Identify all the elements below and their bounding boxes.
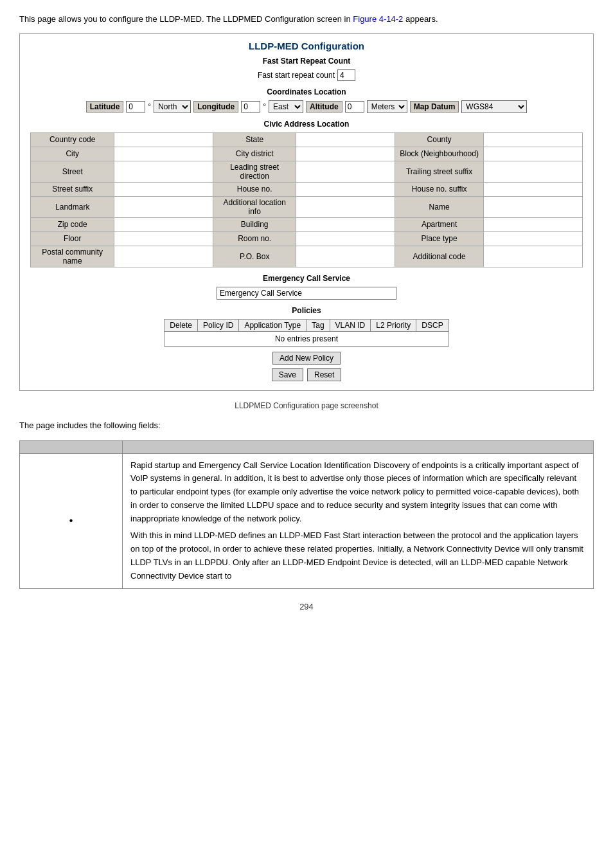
civic-input-col2[interactable]: [296, 217, 395, 231]
policy-col-header: Tag: [306, 319, 330, 331]
civic-field-col2[interactable]: [300, 167, 391, 176]
civic-label-col2: Leading street direction: [213, 161, 296, 182]
civic-row: CityCity districtBlock (Neighbourhood): [31, 147, 583, 161]
civic-row: Postal community nameP.O. BoxAdditional …: [31, 246, 583, 267]
caption: LLDPMED Configuration page screenshot: [19, 401, 594, 410]
policy-col-header: VLAN ID: [330, 319, 371, 331]
civic-row: Zip codeBuildingApartment: [31, 217, 583, 231]
civic-input-col3[interactable]: [484, 132, 583, 147]
civic-field-col3[interactable]: [488, 149, 578, 158]
page-number: 294: [19, 602, 594, 611]
field-desc-cell: Rapid startup and Emergency Call Service…: [123, 453, 594, 588]
intro-text-before: This page allows you to configure the LL…: [19, 14, 353, 24]
ecs-input[interactable]: [217, 287, 396, 300]
civic-input-col2[interactable]: [296, 246, 395, 267]
policy-col-header: Policy ID: [198, 319, 239, 331]
civic-input-col3[interactable]: [484, 246, 583, 267]
ecs-input-row: [30, 287, 583, 300]
civic-input-col3[interactable]: [484, 196, 583, 217]
civic-row: FloorRoom no.Place type: [31, 231, 583, 246]
figure-link[interactable]: Figure 4-14-2: [353, 14, 403, 24]
civic-label-col2: House no.: [213, 182, 296, 196]
civic-input-col1[interactable]: [114, 132, 213, 147]
civic-field-col3[interactable]: [488, 252, 578, 261]
altitude-unit-select[interactable]: Meters Feet: [367, 100, 407, 113]
civic-input-col1[interactable]: [114, 182, 213, 196]
civic-input-col1[interactable]: [114, 196, 213, 217]
civic-field-col1[interactable]: [118, 203, 209, 212]
header-col2: [123, 440, 594, 453]
civic-field-col2[interactable]: [300, 135, 391, 144]
civic-input-col2[interactable]: [296, 147, 395, 161]
header-row: [20, 440, 594, 453]
civic-label-col2: Building: [213, 217, 296, 231]
civic-field-col1[interactable]: [118, 252, 209, 261]
civic-field-col2[interactable]: [300, 203, 391, 212]
civic-input-col1[interactable]: [114, 246, 213, 267]
civic-input-col2[interactable]: [296, 161, 395, 182]
civic-row: Country codeStateCounty: [31, 132, 583, 147]
civic-field-col3[interactable]: [488, 185, 578, 194]
civic-field-col2[interactable]: [300, 149, 391, 158]
reset-button[interactable]: Reset: [307, 368, 341, 381]
civic-label-col2: Additional location info: [213, 196, 296, 217]
description-table: • Rapid startup and Emergency Call Servi…: [19, 440, 594, 589]
page-includes-text: The page includes the following fields:: [19, 420, 594, 430]
fast-start-row: Fast start repeat count: [30, 69, 583, 81]
civic-input-col2[interactable]: [296, 231, 395, 246]
civic-field-col2[interactable]: [300, 185, 391, 194]
civic-field-col3[interactable]: [488, 220, 578, 229]
civic-label-col1: Landmark: [31, 196, 114, 217]
civic-label-col3: Apartment: [395, 217, 483, 231]
policy-col-header: L2 Priority: [371, 319, 416, 331]
longitude-input[interactable]: [241, 101, 260, 113]
civic-field-col3[interactable]: [488, 203, 578, 212]
coordinates-row: Latitude ° North South Longitude ° East …: [30, 100, 583, 113]
civic-field-col1[interactable]: [118, 185, 209, 194]
desc-text-para1: Rapid startup and Emergency Call Service…: [130, 459, 585, 526]
civic-label-col3: House no. suffix: [395, 182, 483, 196]
civic-field-col1[interactable]: [118, 220, 209, 229]
map-datum-select[interactable]: WGS84 NAD83 NAD83/MLLW: [461, 100, 527, 113]
fast-start-label: Fast start repeat count: [258, 71, 335, 80]
latitude-dir-select[interactable]: North South: [154, 100, 191, 113]
civic-input-col3[interactable]: [484, 231, 583, 246]
civic-field-col2[interactable]: [300, 220, 391, 229]
civic-input-col3[interactable]: [484, 217, 583, 231]
civic-field-col3[interactable]: [488, 135, 578, 144]
civic-label-col2: Room no.: [213, 231, 296, 246]
civic-label-col3: Name: [395, 196, 483, 217]
no-entries-cell: No entries present: [164, 331, 449, 346]
civic-input-col3[interactable]: [484, 161, 583, 182]
save-button[interactable]: Save: [272, 368, 303, 381]
civic-field-col1[interactable]: [118, 135, 209, 144]
civic-input-col3[interactable]: [484, 182, 583, 196]
civic-field-col1[interactable]: [118, 167, 209, 176]
ecs-heading: Emergency Call Service: [30, 274, 583, 283]
map-datum-label: Map Datum: [410, 101, 459, 113]
civic-input-col1[interactable]: [114, 161, 213, 182]
latitude-input[interactable]: [126, 101, 145, 113]
longitude-dir-select[interactable]: East West: [269, 100, 303, 113]
civic-field-col1[interactable]: [118, 234, 209, 243]
civic-field-col3[interactable]: [488, 234, 578, 243]
fast-start-input[interactable]: [337, 69, 355, 81]
altitude-input[interactable]: [345, 101, 364, 113]
civic-input-col3[interactable]: [484, 147, 583, 161]
civic-field-col2[interactable]: [300, 234, 391, 243]
civic-label-col3: Block (Neighbourhood): [395, 147, 483, 161]
policy-col-header: DSCP: [416, 319, 449, 331]
latitude-label: Latitude: [86, 101, 124, 113]
add-new-policy-button[interactable]: Add New Policy: [272, 352, 341, 365]
civic-input-col2[interactable]: [296, 182, 395, 196]
civic-field-col1[interactable]: [118, 149, 209, 158]
civic-input-col1[interactable]: [114, 147, 213, 161]
civic-input-col2[interactable]: [296, 132, 395, 147]
civic-input-col1[interactable]: [114, 217, 213, 231]
civic-input-col2[interactable]: [296, 196, 395, 217]
policy-col-header: Application Type: [239, 319, 306, 331]
civic-field-col2[interactable]: [300, 252, 391, 261]
civic-field-col3[interactable]: [488, 167, 578, 176]
civic-input-col1[interactable]: [114, 231, 213, 246]
civic-label-col1: Country code: [31, 132, 114, 147]
